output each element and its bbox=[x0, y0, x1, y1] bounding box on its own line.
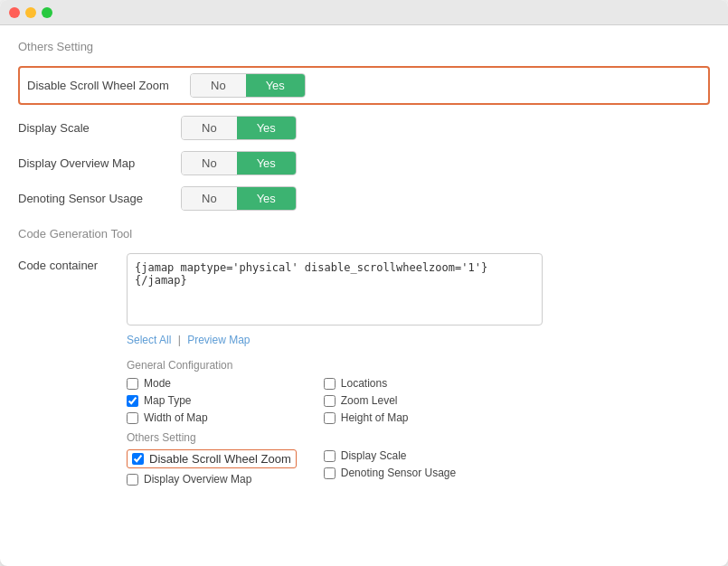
disable-scroll-wheel-zoom-no[interactable]: No bbox=[191, 74, 246, 97]
disable-scroll-wheel-zoom-cb-label: Disable Scroll Wheel Zoom bbox=[149, 452, 291, 466]
others-config-title: Others Setting bbox=[127, 431, 297, 444]
display-overview-map-yes[interactable]: Yes bbox=[237, 152, 296, 175]
title-bar bbox=[0, 0, 728, 25]
width-of-map-config-item: Width of Map bbox=[127, 411, 297, 424]
disable-scroll-wheel-zoom-label: Disable Scroll Wheel Zoom bbox=[27, 79, 190, 92]
display-overview-map-cb-label: Display Overview Map bbox=[144, 473, 251, 486]
display-overview-map-cb-item: Display Overview Map bbox=[127, 473, 297, 486]
config-right-col: placeholder Locations Zoom Level Height … bbox=[324, 359, 456, 490]
code-actions: Select All | Preview Map bbox=[127, 334, 543, 346]
width-of-map-label: Width of Map bbox=[144, 411, 208, 424]
code-gen-title: Code Generation Tool bbox=[18, 227, 710, 241]
disable-scroll-wheel-zoom-yes[interactable]: Yes bbox=[246, 74, 305, 97]
code-box-wrapper: {jamap maptype='physical' disable_scroll… bbox=[127, 253, 543, 346]
preview-map-link[interactable]: Preview Map bbox=[187, 334, 250, 346]
others-config-group: Others Setting Disable Scroll Wheel Zoom bbox=[127, 431, 297, 486]
display-scale-cb-label: Display Scale bbox=[341, 449, 407, 462]
display-overview-map-toggle: No Yes bbox=[181, 151, 297, 175]
height-of-map-checkbox[interactable] bbox=[324, 412, 336, 424]
divider: | bbox=[178, 334, 184, 346]
zoom-level-label: Zoom Level bbox=[341, 394, 398, 407]
display-overview-map-checkbox[interactable] bbox=[127, 474, 138, 486]
height-of-map-config-item: Height of Map bbox=[324, 411, 456, 424]
app-window: Others Setting Disable Scroll Wheel Zoom… bbox=[0, 0, 728, 566]
locations-label: Locations bbox=[341, 377, 387, 390]
general-config-title: General Configuration bbox=[127, 359, 297, 372]
disable-scroll-wheel-zoom-row: Disable Scroll Wheel Zoom No Yes bbox=[18, 66, 710, 105]
locations-checkbox[interactable] bbox=[324, 378, 336, 390]
denoting-sensor-usage-cb-item: Denoting Sensor Usage bbox=[324, 467, 456, 479]
denoting-sensor-usage-cb-label: Denoting Sensor Usage bbox=[341, 467, 456, 479]
display-scale-row: Display Scale No Yes bbox=[18, 116, 710, 140]
map-type-config-item: Map Type bbox=[127, 394, 297, 407]
display-scale-toggle: No Yes bbox=[181, 116, 297, 140]
display-overview-map-row: Display Overview Map No Yes bbox=[18, 151, 710, 175]
display-overview-map-no[interactable]: No bbox=[182, 152, 237, 175]
display-scale-cb-item: Display Scale bbox=[324, 449, 456, 462]
denoting-sensor-usage-row: Denoting Sensor Usage No Yes bbox=[18, 186, 710, 211]
minimize-button[interactable] bbox=[25, 7, 36, 18]
main-content: Others Setting Disable Scroll Wheel Zoom… bbox=[0, 25, 728, 566]
display-scale-no[interactable]: No bbox=[182, 117, 237, 139]
others-right-group: placeholder Display Scale Denoting Senso… bbox=[324, 431, 456, 479]
height-of-map-label: Height of Map bbox=[341, 411, 409, 424]
mode-checkbox[interactable] bbox=[127, 378, 138, 390]
map-type-label: Map Type bbox=[144, 394, 191, 407]
denoting-sensor-usage-no[interactable]: No bbox=[182, 187, 237, 210]
denoting-sensor-usage-label: Denoting Sensor Usage bbox=[18, 192, 181, 205]
denoting-sensor-usage-yes[interactable]: Yes bbox=[237, 187, 296, 210]
others-setting-title: Others Setting bbox=[18, 40, 710, 53]
mode-label: Mode bbox=[144, 377, 171, 390]
display-scale-label: Display Scale bbox=[18, 121, 181, 135]
maximize-button[interactable] bbox=[42, 7, 52, 18]
close-button[interactable] bbox=[9, 7, 20, 18]
code-textarea[interactable]: {jamap maptype='physical' disable_scroll… bbox=[127, 253, 543, 325]
mode-config-item: Mode bbox=[127, 377, 297, 390]
locations-config-item: Locations bbox=[324, 377, 456, 390]
disable-scroll-wheel-zoom-checkbox[interactable] bbox=[132, 453, 144, 465]
denoting-sensor-usage-toggle: No Yes bbox=[181, 186, 297, 211]
zoom-level-checkbox[interactable] bbox=[324, 395, 336, 407]
select-all-link[interactable]: Select All bbox=[127, 334, 171, 346]
zoom-level-config-item: Zoom Level bbox=[324, 394, 456, 407]
config-left-col: General Configuration Mode Map Type Widt… bbox=[127, 359, 297, 490]
denoting-sensor-usage-checkbox[interactable] bbox=[324, 467, 336, 479]
code-container-label: Code container bbox=[18, 253, 127, 272]
width-of-map-checkbox[interactable] bbox=[127, 412, 138, 424]
disable-scroll-cb-row: Disable Scroll Wheel Zoom bbox=[127, 449, 297, 468]
display-scale-yes[interactable]: Yes bbox=[237, 117, 296, 139]
disable-scroll-wheel-zoom-toggle: No Yes bbox=[190, 73, 306, 98]
display-scale-checkbox[interactable] bbox=[324, 450, 336, 462]
map-type-checkbox[interactable] bbox=[127, 395, 138, 407]
display-overview-map-label: Display Overview Map bbox=[18, 156, 181, 170]
